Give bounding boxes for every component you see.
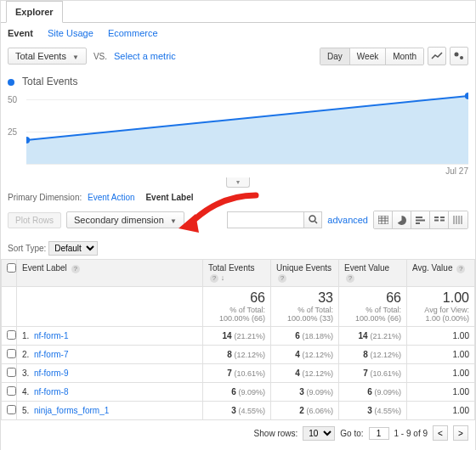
tab-bar: Explorer: [1, 1, 475, 23]
advanced-link[interactable]: advanced: [327, 215, 368, 225]
svg-rect-19: [440, 220, 445, 222]
row-checkbox[interactable]: [7, 386, 16, 396]
row-index: 4.: [22, 387, 29, 397]
chart-type-motion-icon[interactable]: [450, 47, 468, 65]
svg-point-6: [309, 216, 315, 222]
table-controls: Plot Rows Secondary dimension ▼ advanced: [1, 207, 475, 238]
collapse-chart-button[interactable]: ▾: [226, 177, 250, 188]
svg-rect-13: [416, 217, 422, 218]
view-comparison-icon[interactable]: [430, 211, 449, 228]
primary-dimension-row: Primary Dimension: Event Action Event La…: [1, 188, 475, 207]
row-label-link[interactable]: nf-form-8: [34, 387, 69, 397]
row-label-link[interactable]: nf-form-7: [34, 350, 69, 359]
row-index: 1.: [22, 331, 29, 340]
row-index: 2.: [22, 350, 29, 359]
col-unique-events[interactable]: Unique Events ?: [271, 260, 339, 287]
rows-per-page-select[interactable]: 10: [303, 426, 335, 441]
chart-legend: Total Events: [8, 76, 468, 87]
table-header-row: Event Label ? Total Events ? ↓ Unique Ev…: [2, 260, 475, 287]
svg-rect-17: [440, 217, 445, 218]
help-icon[interactable]: ?: [456, 265, 465, 273]
chart-tray: ▾: [1, 176, 475, 188]
primary-dim-label: Primary Dimension:: [8, 193, 82, 202]
explorer-panel: Explorer Event Site Usage Ecommerce Tota…: [0, 0, 476, 450]
table-totals-row: 66% of Total: 100.00% (66) 33% of Total:…: [2, 287, 475, 327]
secondary-dim-label: Secondary dimension: [74, 215, 164, 225]
view-pivot-icon[interactable]: [449, 211, 468, 228]
select-metric-link[interactable]: Select a metric: [114, 51, 176, 61]
pager-row: Show rows: 10 Go to: 1 - 9 of 9 < >: [1, 420, 475, 446]
granularity-day[interactable]: Day: [320, 48, 350, 65]
svg-point-0: [455, 53, 459, 57]
line-chart: 50 25 Jul 27: [8, 91, 468, 176]
col-avg-value[interactable]: Avg. Value ?: [407, 260, 475, 287]
next-page-button[interactable]: >: [453, 425, 468, 441]
x-tick-end: Jul 27: [445, 166, 468, 176]
granularity-segment: Day Week Month: [320, 48, 424, 65]
secondary-dimension-button[interactable]: Secondary dimension ▼: [66, 211, 184, 228]
sort-row: Sort Type: Default: [1, 238, 475, 259]
view-data-icon[interactable]: [374, 211, 393, 228]
search-icon: [309, 215, 318, 224]
svg-rect-16: [434, 217, 439, 218]
caret-down-icon: ▼: [170, 217, 177, 225]
help-icon[interactable]: ?: [210, 274, 218, 283]
table-row: 1. nf-form-114 (21.21%)6 (18.18%)14 (21.…: [2, 327, 475, 346]
col-total-events[interactable]: Total Events ? ↓: [203, 260, 271, 287]
col-event-value[interactable]: Event Value ?: [339, 260, 407, 287]
sort-desc-icon: ↓: [221, 273, 225, 282]
primary-metric-button[interactable]: Total Events ▼: [8, 48, 87, 65]
row-checkbox[interactable]: [7, 405, 16, 414]
row-checkbox[interactable]: [7, 349, 16, 358]
search-input[interactable]: [227, 211, 303, 228]
legend-dot-icon: [8, 79, 14, 86]
view-bar-icon[interactable]: [411, 211, 430, 228]
goto-input[interactable]: [369, 427, 389, 440]
row-checkbox[interactable]: [7, 330, 16, 340]
subtab-site-usage[interactable]: Site Usage: [48, 28, 94, 38]
sort-type-select[interactable]: Default: [48, 241, 98, 256]
help-icon[interactable]: ?: [346, 274, 354, 283]
table-row: 3. nf-form-97 (10.61%)4 (12.12%)7 (10.61…: [2, 364, 475, 383]
search-button[interactable]: [303, 211, 322, 228]
sort-label: Sort Type:: [8, 244, 46, 253]
prev-page-button[interactable]: <: [433, 425, 448, 441]
granularity-week[interactable]: Week: [350, 48, 386, 65]
row-index: 3.: [22, 368, 29, 378]
data-table: Event Label ? Total Events ? ↓ Unique Ev…: [1, 259, 475, 420]
subtab-ecommerce[interactable]: Ecommerce: [108, 28, 158, 38]
goto-label: Go to:: [340, 429, 363, 438]
view-pie-icon[interactable]: [393, 211, 411, 228]
select-all-checkbox[interactable]: [7, 263, 16, 273]
dim-event-label[interactable]: Event Label: [145, 193, 193, 202]
svg-rect-8: [378, 216, 388, 224]
table-row: 4. nf-form-86 (9.09%)3 (9.09%)6 (9.09%)1…: [2, 383, 475, 402]
row-label-link[interactable]: nf-form-9: [34, 368, 69, 378]
svg-rect-15: [416, 222, 420, 224]
search-box: [227, 211, 322, 228]
col-event-label[interactable]: Event Label ?: [17, 260, 203, 287]
chart-type-line-icon[interactable]: [428, 47, 446, 65]
row-label-link[interactable]: ninja_forms_form_1: [34, 406, 109, 415]
report-footer: This report was generated on 7/30/18 at …: [1, 446, 475, 450]
row-index: 5.: [22, 406, 29, 415]
caret-down-icon: ▼: [72, 53, 79, 61]
show-rows-label: Show rows:: [254, 429, 298, 438]
view-mode-icons: [373, 211, 468, 229]
svg-marker-2: [26, 96, 468, 164]
help-icon[interactable]: ?: [278, 274, 286, 283]
table-row: 5. ninja_forms_form_13 (4.55%)2 (6.06%)3…: [2, 402, 475, 420]
legend-label: Total Events: [22, 76, 77, 87]
granularity-month[interactable]: Month: [386, 48, 423, 65]
chart-area: Total Events 50 25 Jul 27: [1, 69, 475, 176]
y-tick-50: 50: [8, 95, 17, 104]
row-label-link[interactable]: nf-form-1: [34, 331, 69, 340]
primary-metric-label: Total Events: [15, 51, 66, 61]
row-checkbox[interactable]: [7, 368, 16, 377]
tab-explorer[interactable]: Explorer: [6, 1, 63, 23]
help-icon[interactable]: ?: [71, 265, 80, 273]
vs-label: VS.: [94, 52, 107, 61]
subtab-event[interactable]: Event: [8, 28, 33, 38]
chart-toolbar: Total Events ▼ VS. Select a metric Day W…: [1, 43, 475, 69]
dim-event-action[interactable]: Event Action: [88, 193, 135, 202]
